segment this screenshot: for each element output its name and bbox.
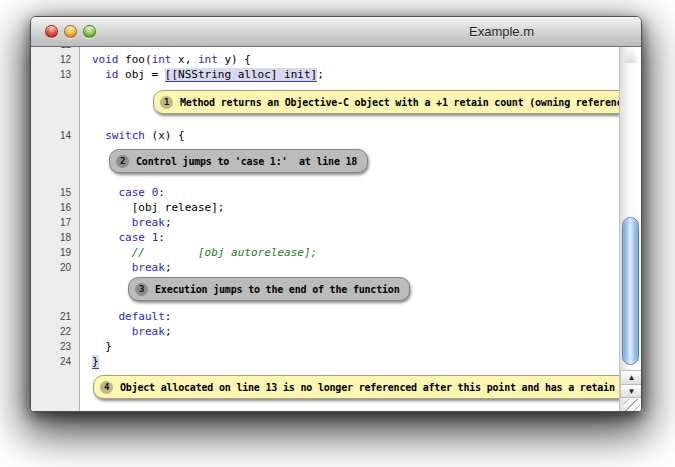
keyword-token: break: [132, 325, 165, 338]
bubble-text: Control jumps to 'case 1:' at line 18: [136, 154, 357, 169]
line-number: 14: [31, 128, 80, 143]
line-number: [31, 369, 80, 399]
code-token: ;: [165, 216, 172, 229]
analyzer-event-bubble: 4Object allocated on line 13 is no longe…: [93, 375, 641, 399]
bubble-cell: 3Execution jumps to the end of the funct…: [80, 275, 619, 309]
keyword-token: id: [105, 68, 118, 81]
code-text: case 1:: [80, 230, 619, 245]
analyzer-range-highlight: }: [92, 355, 99, 369]
code-token: [92, 325, 132, 338]
keyword-token: break: [132, 216, 165, 229]
line-number: 15: [31, 185, 80, 200]
code-line: 17 break;: [31, 215, 619, 230]
code-token: ;: [165, 261, 172, 274]
zoom-button[interactable]: [83, 25, 96, 38]
code-token: [92, 246, 132, 259]
code-line: 12void foo(int x, int y) {: [31, 52, 619, 67]
code-line: 23 }: [31, 339, 619, 354]
code-line: 21 default:: [31, 309, 619, 324]
scroll-down-icon: ▼: [628, 387, 636, 396]
line-number: 21: [31, 309, 80, 324]
code-flow: 1112void foo(int x, int y) {13 id obj = …: [31, 47, 619, 399]
editor-content: 1112void foo(int x, int y) {13 id obj = …: [31, 47, 641, 412]
code-token: :: [165, 310, 172, 323]
code-token: foo(: [119, 53, 152, 66]
document-window: Example.m 1112void foo(int x, int y) {13…: [30, 16, 642, 412]
line-number: 13: [31, 67, 80, 82]
scroll-up-icon: ▲: [628, 373, 636, 382]
bubble-number-badge: 1: [160, 96, 173, 109]
analyzer-range-highlight: [[NSString alloc] init]: [165, 68, 317, 82]
line-number: 23: [31, 339, 80, 354]
bubble-number-badge: 2: [116, 155, 129, 168]
line-number: [31, 275, 80, 309]
line-number: 19: [31, 245, 80, 260]
keyword-token: switch: [105, 129, 145, 142]
window-controls: [45, 25, 96, 38]
keyword-token: int: [152, 53, 172, 66]
code-text: }: [80, 354, 619, 369]
scrollbar-track-cap: [622, 49, 639, 63]
line-number: 16: [31, 200, 80, 215]
code-text: switch (x) {: [80, 128, 619, 143]
bubble-text: Execution jumps to the end of the functi…: [155, 282, 399, 297]
code-token: ;: [165, 325, 172, 338]
code-token: x,: [172, 53, 199, 66]
analyzer-control-bubble: 3Execution jumps to the end of the funct…: [128, 277, 410, 301]
minimize-button[interactable]: [64, 25, 77, 38]
bubble-text: Method returns an Objective-C object wit…: [180, 95, 634, 110]
scroll-up-button[interactable]: ▲: [620, 370, 641, 384]
vertical-scrollbar[interactable]: ▲ ▼: [619, 47, 641, 412]
resize-grip[interactable]: [624, 399, 640, 412]
code-token: [obj release];: [92, 201, 224, 214]
keyword-token: case: [119, 231, 146, 244]
code-text: id obj = [[NSString alloc] init];: [80, 67, 619, 82]
code-text: // [obj autorelease];: [80, 245, 619, 260]
line-number: 22: [31, 324, 80, 339]
code-token: ;: [317, 68, 324, 81]
code-token: [92, 310, 119, 323]
code-token: :: [158, 231, 165, 244]
code-text: [obj release];: [80, 200, 619, 215]
line-number: 20: [31, 260, 80, 275]
code-token: y) {: [218, 53, 251, 66]
line-number: 17: [31, 215, 80, 230]
code-line: 13 id obj = [[NSString alloc] init];: [31, 67, 619, 82]
code-token: [92, 261, 132, 274]
code-text: break;: [80, 215, 619, 230]
code-token: :: [158, 186, 165, 199]
keyword-token: break: [132, 261, 165, 274]
code-line: 18 case 1:: [31, 230, 619, 245]
code-line: 24}: [31, 354, 619, 369]
code-line: 16 [obj release];: [31, 200, 619, 215]
code-line: 20 break;: [31, 260, 619, 275]
code-line: 19 // [obj autorelease];: [31, 245, 619, 260]
close-button[interactable]: [45, 25, 58, 38]
code-text: }: [80, 339, 619, 354]
code-token: [92, 216, 132, 229]
code-token: [92, 129, 105, 142]
bubble-text: Object allocated on line 13 is no longer…: [120, 380, 641, 395]
line-number: [31, 82, 80, 128]
window-titlebar[interactable]: Example.m: [31, 17, 641, 47]
line-number: 12: [31, 52, 80, 67]
scroll-down-button[interactable]: ▼: [620, 384, 641, 398]
bubble-row: 4Object allocated on line 13 is no longe…: [31, 369, 619, 399]
analyzer-event-bubble: 1Method returns an Objective-C object wi…: [153, 90, 641, 114]
code-line: 22 break;: [31, 324, 619, 339]
bubble-row: 3Execution jumps to the end of the funct…: [31, 275, 619, 309]
code-token: [92, 231, 119, 244]
bubble-cell: 1Method returns an Objective-C object wi…: [80, 82, 641, 128]
comment-token: // [obj autorelease];: [132, 246, 317, 259]
analyzer-control-bubble: 2Control jumps to 'case 1:' at line 18: [109, 149, 368, 173]
line-number: 24: [31, 354, 80, 369]
code-token: }: [92, 340, 112, 353]
code-text: case 0:: [80, 185, 619, 200]
bubble-number-badge: 4: [100, 381, 113, 394]
keyword-token: case: [119, 186, 146, 199]
code-line: 15 case 0:: [31, 185, 619, 200]
scrollbar-thumb[interactable]: [622, 217, 639, 365]
bubble-row: 2Control jumps to 'case 1:' at line 18: [31, 143, 619, 185]
code-text: void foo(int x, int y) {: [80, 52, 619, 67]
code-line: 14 switch (x) {: [31, 128, 619, 143]
